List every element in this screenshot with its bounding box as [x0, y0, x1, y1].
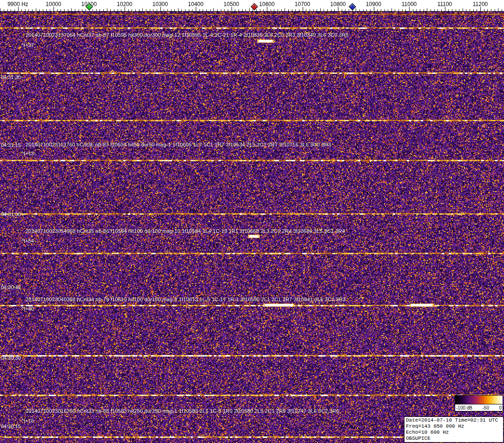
axis-tick	[96, 9, 97, 11]
axis-tick	[456, 9, 456, 11]
axis-tick	[150, 9, 150, 11]
axis-tick	[327, 9, 328, 11]
axis-tick	[93, 9, 93, 11]
axis-tick	[139, 9, 139, 11]
axis-tick	[278, 9, 278, 11]
axis-tick	[228, 9, 228, 11]
axis-tick	[135, 9, 136, 11]
axis-tick	[7, 9, 8, 11]
axis-tick	[235, 9, 235, 11]
axis-tick	[342, 9, 342, 11]
axis-tick	[420, 9, 420, 11]
axis-frequency-label: 10700	[295, 1, 310, 7]
axis-tick	[295, 9, 296, 11]
axis-tick	[416, 9, 417, 11]
axis-tick	[132, 9, 132, 11]
axis-tick	[409, 7, 410, 11]
axis-tick	[473, 9, 474, 11]
axis-tick	[242, 9, 243, 11]
axis-tick	[470, 9, 470, 11]
axis-tick	[110, 9, 111, 11]
axis-tick	[125, 7, 125, 11]
axis-tick	[245, 9, 246, 11]
axis-tick	[480, 7, 481, 11]
axis-tick	[445, 7, 445, 11]
axis-tick	[192, 9, 192, 11]
axis-tick	[174, 9, 175, 11]
axis-tick	[199, 9, 200, 11]
axis-tick	[178, 8, 179, 11]
axis-frequency-label: 9900 Hz	[7, 1, 28, 7]
axis-tick	[452, 9, 452, 11]
axis-frequency-label: 10300	[153, 1, 168, 7]
axis-tick	[249, 8, 250, 11]
axis-tick	[53, 7, 54, 11]
axis-tick	[157, 9, 157, 11]
axis-tick	[377, 9, 378, 11]
axis-tick	[217, 9, 218, 11]
axis-tick	[203, 9, 203, 11]
axis-tick	[46, 9, 47, 11]
axis-tick	[356, 8, 356, 11]
axis-tick	[86, 9, 86, 11]
axis-tick	[25, 9, 26, 11]
frequency-axis: 9900 Hz100001010010200103001040010500106…	[0, 0, 504, 12]
red-frequency-marker-icon[interactable]	[251, 3, 258, 11]
axis-tick	[82, 9, 82, 11]
color-scale-min-label: -100 dB	[456, 405, 472, 410]
axis-tick	[317, 9, 317, 11]
axis-tick	[43, 9, 43, 11]
axis-tick	[349, 9, 349, 11]
observation-info-box: Date=2014-07-10 Time=02:31 UTC Freq=143 …	[404, 417, 504, 443]
axis-tick	[167, 9, 168, 11]
axis-tick	[14, 9, 15, 11]
axis-tick	[28, 9, 29, 11]
axis-tick	[128, 9, 129, 11]
axis-tick	[388, 9, 388, 11]
axis-tick	[441, 9, 442, 11]
axis-tick	[68, 9, 68, 11]
axis-tick	[185, 9, 186, 11]
axis-tick	[431, 9, 431, 11]
axis-tick	[448, 9, 449, 11]
axis-tick	[142, 8, 143, 11]
axis-frequency-label: 11100	[438, 1, 452, 7]
color-scale-mid-label: -50	[483, 405, 489, 410]
axis-tick	[320, 8, 321, 11]
axis-tick	[18, 7, 19, 11]
axis-tick	[381, 9, 381, 11]
info-frequency-line: Freq=143 050 000 Hz	[406, 423, 502, 430]
axis-frequency-label: 10500	[224, 1, 239, 7]
axis-tick	[359, 9, 360, 11]
axis-tick	[118, 9, 118, 11]
axis-tick	[306, 9, 306, 11]
axis-tick	[413, 9, 413, 11]
axis-tick	[502, 9, 502, 11]
color-scale-labels: -100 dB -50 0	[455, 404, 503, 411]
axis-tick	[434, 9, 435, 11]
axis-tick	[477, 9, 477, 11]
axis-tick	[21, 9, 22, 11]
axis-tick	[274, 9, 274, 11]
axis-tick	[491, 9, 491, 11]
axis-tick	[213, 8, 214, 11]
axis-tick	[487, 9, 488, 11]
axis-tick	[239, 9, 239, 11]
color-scale-max-label: 0	[499, 405, 502, 410]
axis-tick	[164, 9, 164, 11]
axis-tick	[4, 9, 4, 11]
axis-tick	[405, 9, 406, 11]
blue-frequency-marker-icon[interactable]	[349, 3, 356, 11]
axis-tick	[345, 9, 345, 11]
axis-frequency-label: 10600	[259, 1, 274, 7]
axis-tick	[338, 7, 338, 11]
axis-tick	[224, 9, 225, 11]
axis-tick	[206, 9, 207, 11]
axis-tick	[260, 9, 260, 11]
axis-frequency-label: 10900	[366, 1, 381, 7]
axis-tick	[366, 9, 367, 11]
spectrogram-display[interactable]	[0, 12, 504, 443]
axis-tick	[196, 7, 196, 11]
axis-tick	[189, 9, 189, 11]
axis-tick	[313, 9, 314, 11]
